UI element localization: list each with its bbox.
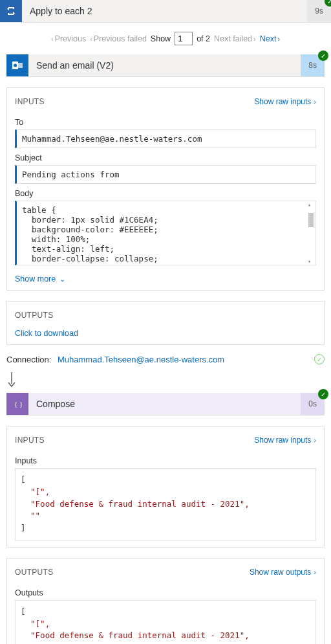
compose-outputs-card: OUTPUTS Show raw outputs › Outputs [ "["… (6, 558, 325, 644)
pagination-bar: ‹ Previous ‹ Previous failed Show of 2 N… (6, 23, 325, 54)
svg-rect-1 (18, 63, 23, 68)
inputs-header: INPUTS (15, 97, 45, 106)
success-badge: ✓ (318, 50, 328, 61)
show-label: Show (151, 34, 171, 43)
compose-inputs-card: INPUTS Show raw inputs › Inputs [ "[", "… (6, 426, 325, 548)
send-email-header[interactable]: Send an email (V2) 8s (6, 54, 325, 77)
previous-link[interactable]: ‹ Previous (51, 34, 86, 43)
compose-outputs-header: OUTPUTS (15, 568, 53, 577)
chevron-down-icon: ⌄ (59, 275, 65, 283)
compose-inputs-label: Inputs (15, 456, 316, 465)
success-badge: ✓ (318, 389, 328, 399)
compose-title: Compose (28, 399, 301, 409)
next-failed-link[interactable]: Next failed › (214, 34, 256, 43)
inputs-card: INPUTS Show raw inputs › To Muhammad.Teh… (6, 87, 325, 291)
compose-header[interactable]: { } Compose 0s (6, 393, 325, 416)
to-label: To (15, 118, 316, 127)
to-field[interactable]: Muhammad.Tehseen@ae.nestle-waters.com (15, 129, 316, 148)
compose-inputs-value[interactable]: [ "[", "Food defense & fraud internal au… (15, 468, 316, 540)
subject-field[interactable]: Pending actions from (15, 165, 316, 184)
outputs-card: OUTPUTS Click to download (6, 301, 325, 345)
connection-label: Connection: (6, 355, 51, 364)
compose-show-raw-inputs-link[interactable]: Show raw inputs › (254, 436, 316, 445)
chevron-right-icon: › (314, 98, 316, 105)
apply-to-each-title: Apply to each 2 (22, 6, 307, 16)
connection-ok-icon: ✓ (314, 354, 325, 364)
page-input[interactable] (175, 32, 193, 45)
compose-show-raw-outputs-link[interactable]: Show raw outputs › (250, 568, 316, 577)
chevron-right-icon: › (314, 568, 316, 576)
show-raw-inputs-link[interactable]: Show raw inputs › (254, 97, 316, 106)
outputs-header: OUTPUTS (15, 311, 53, 320)
body-scrollbar[interactable] (308, 203, 314, 263)
compose-inputs-header: INPUTS (15, 436, 45, 445)
compose-outputs-label: Outputs (15, 588, 316, 597)
body-label: Body (15, 189, 316, 198)
svg-text:{ }: { } (14, 400, 23, 408)
total-label: of 2 (197, 34, 210, 43)
svg-point-2 (14, 64, 17, 67)
apply-to-each-header[interactable]: Apply to each 2 9s (0, 0, 331, 23)
previous-failed-link[interactable]: ‹ Previous failed (90, 34, 147, 43)
compose-outputs-value[interactable]: [ "[", "Food defense & fraud internal au… (15, 600, 316, 644)
subject-label: Subject (15, 153, 316, 162)
chevron-right-icon: › (314, 436, 316, 444)
click-to-download-link[interactable]: Click to download (15, 329, 316, 338)
connection-row: Connection: Muhammad.Tehseen@ae.nestle-w… (6, 345, 325, 367)
send-email-title: Send an email (V2) (28, 60, 301, 71)
next-link[interactable]: Next › (260, 34, 280, 43)
show-more-link[interactable]: Show more ⌄ (15, 274, 316, 283)
body-field[interactable]: table { border: 1px solid #1C6EA4; backg… (15, 201, 316, 265)
outlook-icon (6, 54, 28, 76)
compose-icon: { } (6, 393, 28, 415)
foreach-icon (0, 0, 22, 22)
flow-arrow-icon (6, 367, 325, 393)
connection-value[interactable]: Muhammad.Tehseen@ae.nestle-waters.com (58, 355, 224, 364)
